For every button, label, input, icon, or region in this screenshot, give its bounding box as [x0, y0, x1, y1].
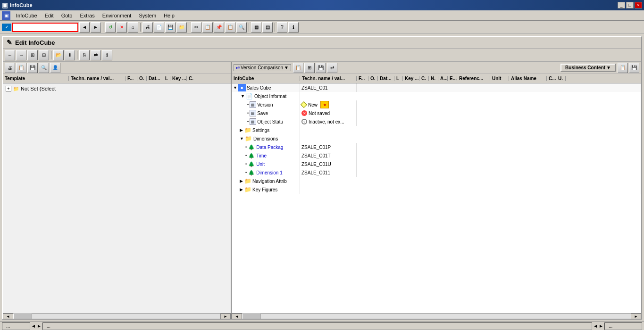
tree-row-data-package[interactable]: • 🌲 Data Packag ZSALE_C01P	[232, 143, 641, 151]
tree-row-time[interactable]: • 🌲 Time ZSALE_C01T	[232, 151, 641, 160]
cut-button[interactable]: ✂	[191, 22, 201, 33]
business-content-btn[interactable]: Business Content ▼	[560, 64, 616, 72]
tree-row-settings[interactable]: ▶ 📁 Settings	[232, 126, 641, 134]
scroll-right-btn[interactable]: ►	[220, 314, 231, 319]
menu-system[interactable]: System	[135, 12, 160, 19]
rt-icon5[interactable]: 📋	[618, 63, 628, 73]
print2-button[interactable]: 📄	[154, 22, 164, 33]
rt-icon4[interactable]: ⇄	[327, 63, 337, 73]
nav-forward-button[interactable]: ►	[91, 22, 101, 33]
expand-sales-cube[interactable]: ▼	[233, 85, 237, 90]
tree-row-obj-info[interactable]: ▼ 📄 Object Informat	[232, 92, 641, 100]
expand-root[interactable]: +	[6, 86, 11, 91]
left-tree-root[interactable]: + 📁 Not Set (Select	[4, 84, 230, 93]
menu-extras[interactable]: Extras	[76, 12, 98, 19]
arrow-right2-icon[interactable]: ►	[599, 323, 603, 329]
tree-row-key-figures[interactable]: ▶ 📁 Key Figures	[232, 185, 641, 194]
right-scroll-right-btn[interactable]: ►	[631, 314, 641, 319]
save2-button[interactable]: 📁	[176, 22, 187, 33]
scroll-left-btn[interactable]: ◄	[3, 314, 13, 319]
title-bar-buttons[interactable]: _ □ ×	[618, 2, 642, 8]
edit-back-button[interactable]: ←	[5, 50, 15, 60]
tree-row-save[interactable]: • ▤ Save ✕ Not saved	[232, 109, 641, 117]
version-bullet: •	[247, 102, 249, 107]
left-copy-button[interactable]: 📋	[16, 63, 26, 73]
edit-open-button[interactable]: 📂	[53, 50, 64, 60]
home-button[interactable]: ⌂	[128, 22, 138, 33]
maximize-button[interactable]: □	[626, 2, 634, 8]
data-package-techn: ZSALE_C01P	[300, 143, 357, 151]
rt-icon1[interactable]: 📋	[293, 63, 303, 73]
scroll-arrows-left[interactable]: ◄ ►	[31, 323, 42, 329]
version-comparison-btn[interactable]: ⇄ Version Comparison ▼	[234, 64, 291, 71]
expand-settings[interactable]: ▶	[240, 128, 243, 132]
right-tb-icons: 📋 ⊞ 💾 ⇄	[293, 63, 337, 73]
tree-row-obj-status[interactable]: • ▤ Object Statu ○ Inactive, not ex...	[232, 117, 641, 126]
tree-row-sales-cube[interactable]: ▼ ■ Sales Cube ZSALE_C01	[232, 83, 641, 92]
folder-icon: 📁	[12, 85, 20, 92]
nav-back-button[interactable]: ◄	[79, 22, 90, 33]
expand-obj-info[interactable]: ▼	[241, 94, 245, 99]
save-button[interactable]: 💾	[165, 22, 176, 33]
arrow-left2-icon[interactable]: ◄	[593, 323, 598, 329]
edit-forward-button[interactable]: →	[16, 50, 26, 60]
paste-button[interactable]: 📌	[214, 22, 224, 33]
left-print-button[interactable]: 🖨	[5, 63, 15, 73]
close-button[interactable]: ×	[635, 2, 642, 8]
expand-nav-attrib[interactable]: ▶	[240, 179, 243, 183]
left-tree[interactable]: + 📁 Not Set (Select	[3, 83, 231, 313]
tree-row-dimension1[interactable]: • 🌲 Dimension 1 ZSALE_C011	[232, 168, 641, 177]
command-input[interactable]	[12, 23, 78, 32]
edit-sep-1	[51, 51, 51, 59]
scroll-arrows-right[interactable]: ◄ ►	[593, 323, 603, 329]
print-button[interactable]: 🖨	[142, 22, 153, 33]
key-figures-rest	[300, 185, 641, 194]
left-person-button[interactable]: 👤	[50, 63, 60, 73]
right-scroll-left-btn[interactable]: ◄	[232, 314, 242, 319]
edit-info-button[interactable]: ℹ	[102, 50, 112, 60]
left-scroll-track[interactable]	[13, 314, 220, 319]
menu-environment[interactable]: Environment	[99, 12, 135, 19]
edit-move-button[interactable]: ⇄	[91, 50, 101, 60]
grid-button[interactable]: ▦	[251, 22, 261, 33]
menu-goto[interactable]: Goto	[58, 12, 76, 19]
rt-icon6[interactable]: 💾	[629, 63, 639, 73]
tree-row-nav-attrib[interactable]: ▶ 📁 Navigation Attrib	[232, 177, 641, 185]
help-button[interactable]: ?	[277, 22, 287, 33]
info-button[interactable]: ℹ	[288, 22, 299, 33]
rt-icon2[interactable]: ⊞	[304, 63, 315, 73]
expand-dimensions[interactable]: ▼	[240, 136, 244, 141]
menu-edit[interactable]: Edit	[41, 12, 58, 19]
tree-row-version[interactable]: • ▤ Version New ★	[232, 100, 641, 109]
obj-info-rest	[300, 92, 641, 100]
tree-row-unit[interactable]: • 🌲 Unit ZSALE_C01U	[232, 160, 641, 168]
cube-icon: ■	[238, 84, 246, 91]
find-button[interactable]: 🔍	[236, 22, 247, 33]
key-figures-label: Key Figures	[252, 187, 277, 192]
edit-tree-button[interactable]: ⊞	[27, 50, 38, 60]
edit-copy-button[interactable]: ⎘	[79, 50, 90, 60]
refresh-button[interactable]: ↺	[105, 22, 116, 33]
minimize-button[interactable]: _	[618, 2, 625, 8]
edit-collapse-button[interactable]: ⊟	[39, 50, 49, 60]
menu-infocube[interactable]: InfoCube	[12, 12, 41, 19]
left-find-button[interactable]: 🔍	[39, 63, 49, 73]
status-text-1: ...	[6, 323, 10, 329]
copy-button[interactable]: 📋	[202, 22, 213, 33]
paste2-button[interactable]: 📋	[225, 22, 235, 33]
edit-save2-button[interactable]: ⬆	[65, 50, 75, 60]
right-tree[interactable]: ▼ ■ Sales Cube ZSALE_C01 ▼ 📄	[232, 83, 641, 313]
expand-key-figures[interactable]: ▶	[240, 187, 243, 192]
tree-row-dimensions[interactable]: ▼ 📁 Dimensions	[232, 134, 641, 143]
left-save-button[interactable]: 💾	[27, 63, 38, 73]
right-scroll-track[interactable]	[242, 314, 631, 319]
left-scroll-thumb[interactable]	[13, 314, 32, 319]
right-scroll-thumb[interactable]	[242, 314, 261, 319]
stop-button[interactable]: ✕	[117, 22, 127, 33]
arrow-left-icon[interactable]: ◄	[31, 323, 36, 329]
menu-help[interactable]: Help	[160, 12, 178, 19]
rt-icon3[interactable]: 💾	[316, 63, 326, 73]
save-doc-icon: ▤	[250, 110, 256, 116]
arrow-right-icon[interactable]: ►	[37, 323, 42, 329]
chart-button[interactable]: ▤	[262, 22, 273, 33]
